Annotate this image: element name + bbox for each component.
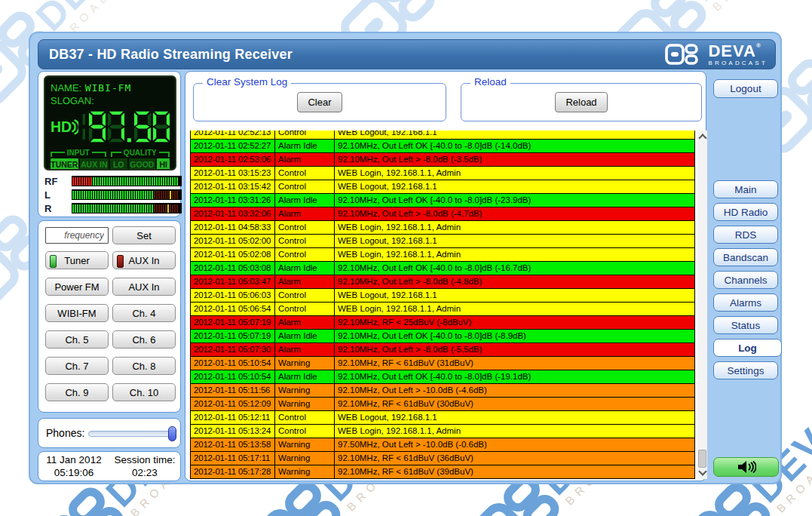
log-scrollbar[interactable] [697,131,707,479]
red-led-indicator [117,255,124,268]
log-row: 2012-01-11 05:03:08Alarm Idle92.10MHz, O… [191,262,695,275]
seven-segment-digit [89,109,106,145]
button-aux-in[interactable]: AUX In [112,278,176,296]
button-ch-9[interactable]: Ch. 9 [45,383,109,401]
log-message: 92.10MHz, RF < 61dBuV (39dBuV) [335,465,695,479]
log-timestamp: 2012-01-11 02:52:27 [191,140,275,153]
button-aux-in[interactable]: AUX In [112,251,176,269]
button-ch-6[interactable]: Ch. 6 [112,330,176,349]
button-label: Ch. 9 [65,387,88,398]
button-power-fm[interactable]: Power FM [45,278,109,296]
button-ch-4[interactable]: Ch. 4 [112,304,176,322]
log-event-type: Alarm [275,275,335,289]
lamp-good: GOOD [129,158,156,170]
sidebar-item-channels[interactable]: Channels [713,271,778,289]
log-timestamp: 2012-01-11 05:06:54 [191,303,275,316]
logout-button[interactable]: Logout [713,79,778,98]
log-message: WEB Logout, 192.168.1.1 [335,131,695,140]
title-bar: DB37 - HD Radio Streaming Receiver DEVA®… [38,39,776,69]
scrollbar-thumb[interactable] [698,450,706,468]
mute-button[interactable] [713,457,779,477]
frequency-readout: HD [51,107,170,146]
quality-group-label: QUALITY [111,148,170,157]
log-message: 97.50MHz, Out Left > -10.0dB (-0.6dB) [335,438,695,452]
svg-text:BROADCAST: BROADCAST [709,0,802,14]
meter-bar [72,189,182,200]
meter-r: R [44,203,177,213]
hd-radio-logo-icon: HD [51,113,78,140]
db-logo-icon [665,44,703,65]
log-timestamp: 2012-01-11 05:13:58 [191,438,275,452]
svg-text:HD: HD [51,118,72,135]
phones-volume-slider-track[interactable] [88,431,176,437]
log-message: WEB Logout, 192.168.1.1 [335,235,695,248]
log-event-type: Warning [275,452,335,465]
slogan-label: SLOGAN: [51,95,94,106]
log-row: 2012-01-11 05:12:09Warning92.10MHz, RF <… [191,398,695,411]
page-title: DB37 - HD Radio Streaming Receiver [49,47,293,63]
reload-button[interactable]: Reload [555,92,607,112]
sidebar-item-log[interactable]: Log [713,339,782,357]
log-timestamp: 2012-01-11 05:07:19 [191,316,275,330]
button-ch-7[interactable]: Ch. 7 [45,357,109,375]
indicator-group-labels: INPUTQUALITY [51,148,170,157]
log-timestamp: 2012-01-11 03:31:26 [191,194,275,207]
log-event-type: Alarm [275,153,335,167]
sidebar-item-status[interactable]: Status [713,316,778,334]
lamp-hi: HI [157,158,170,170]
log-timestamp: 2012-01-11 05:17:11 [191,452,275,465]
seven-segment-digit [108,109,124,145]
scroll-up-arrow-icon[interactable] [698,134,706,142]
log-timestamp: 2012-01-11 02:52:13 [191,131,275,140]
sidebar-item-rds[interactable]: RDS [713,226,778,244]
log-timestamp: 2012-01-11 05:02:08 [191,248,275,262]
log-message: 92.10MHz, Out Left > -8.0dB (-4.7dB) [335,207,695,221]
clear-system-log-group: Clear System Log Clear [193,83,446,121]
sidebar-item-hd-radio[interactable]: HD Radio [713,203,778,221]
receiver-display-panel: NAME: WIBI-FM SLOGAN: HD INPUTQUALITY TU… [38,71,181,217]
log-row: 2012-01-11 05:13:24ControlWEB Login, 192… [191,425,695,438]
button-label: Ch. 7 [65,361,88,372]
log-row: 2012-01-11 05:13:58Warning97.50MHz, Out … [191,438,695,452]
meter-label: L [44,189,51,201]
button-tuner[interactable]: Tuner [45,251,109,269]
button-ch-8[interactable]: Ch. 8 [112,357,176,375]
button-wibi-fm[interactable]: WIBI-FM [45,304,109,322]
log-event-type: Warning [275,357,335,370]
button-ch-10[interactable]: Ch. 10 [112,383,176,401]
log-timestamp: 2012-01-11 05:13:24 [191,425,275,438]
phones-volume-slider-handle[interactable] [168,426,176,441]
log-row: 2012-01-11 05:17:28Warning92.10MHz, RF <… [191,465,695,479]
log-event-type: Alarm [275,316,335,330]
log-row: 2012-01-11 05:03:47Alarm92.10MHz, Out Le… [191,275,695,289]
meter-bar [72,203,182,213]
svg-text:DEVA: DEVA [679,0,789,9]
button-label: AUX In [128,255,159,266]
frequency-input[interactable] [45,227,109,244]
sidebar-item-alarms[interactable]: Alarms [713,293,778,312]
reload-group: Reload Reload [461,83,702,121]
sidebar-item-settings[interactable]: Settings [713,361,778,379]
log-row: 2012-01-11 05:10:54Alarm Idle92.10MHz, O… [191,370,695,384]
log-timestamp: 2012-01-11 05:11:56 [191,384,275,398]
button-label: Power FM [54,281,99,293]
log-event-type: Warning [275,465,335,479]
log-event-type: Alarm Idle [275,370,335,384]
log-message: 92.10MHz, Out Left > -10.0dB (-4.6dB) [335,384,695,398]
log-content-panel: Clear System Log Clear Reload Reload 201… [185,71,706,481]
log-row: 2012-01-11 05:10:54Warning92.10MHz, RF <… [191,357,695,370]
sidebar-item-bandscan[interactable]: Bandscan [713,248,778,266]
button-ch-5[interactable]: Ch. 5 [45,330,109,349]
log-row: 2012-01-11 02:53:06Alarm92.10MHz, Out Le… [191,153,695,167]
scroll-down-arrow-icon[interactable] [698,467,706,475]
meter-l: L [44,189,177,200]
log-timestamp: 2012-01-11 03:32:06 [191,207,275,221]
log-event-type: Control [275,167,335,180]
log-row: 2012-01-11 05:02:00ControlWEB Logout, 19… [191,235,695,248]
log-event-type: Control [275,411,335,425]
set-button[interactable]: Set [112,226,176,244]
log-message: 92.10MHz, Out Left > -8.0dB (-5.5dB) [335,343,695,357]
log-row: 2012-01-11 05:06:54ControlWEB Login, 192… [191,303,695,316]
clear-button[interactable]: Clear [297,92,342,112]
sidebar-item-main[interactable]: Main [713,180,778,198]
